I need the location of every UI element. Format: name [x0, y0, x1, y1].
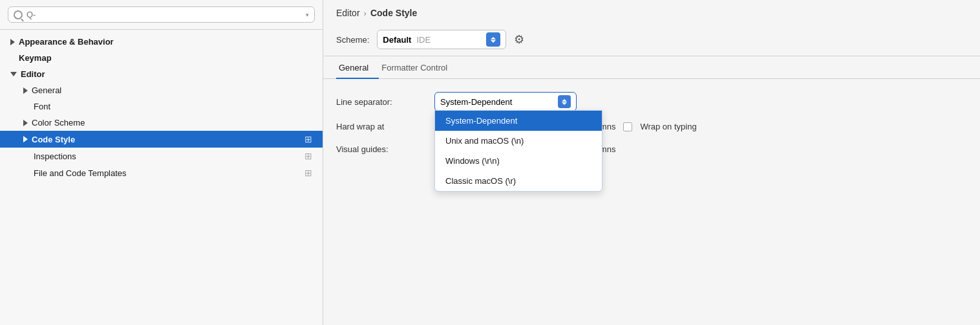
- sidebar-item-label: General: [32, 85, 61, 95]
- sidebar-item-label: Color Scheme: [32, 118, 85, 128]
- sidebar-item-label: Font: [34, 102, 50, 111]
- scheme-row: Scheme: Default IDE ⚙: [323, 23, 980, 56]
- breadcrumb: Editor › Code Style: [323, 0, 980, 23]
- scheme-name: Default: [383, 35, 411, 45]
- line-separator-value: System-Dependent: [440, 97, 553, 107]
- breadcrumb-separator: ›: [364, 8, 367, 18]
- sidebar-item-label: Editor: [21, 69, 45, 79]
- wrap-on-typing-label: Wrap on typing: [640, 122, 696, 131]
- scheme-dropdown-button[interactable]: [486, 32, 500, 47]
- expand-icon: [10, 72, 17, 76]
- visual-guides-label: Visual guides:: [336, 144, 427, 154]
- dropdown-option-windows[interactable]: Windows (\r\n): [435, 151, 602, 171]
- visual-guides-row: Visual guides: columns: [336, 142, 967, 157]
- tab-general[interactable]: General: [336, 56, 379, 79]
- sidebar-item-label: Appearance & Behavior: [19, 37, 114, 47]
- line-separator-dropdown-wrap: System-Dependent System-Dependent Unix a…: [434, 92, 577, 111]
- tabs-row: General Formatter Control: [323, 56, 980, 79]
- hard-wrap-row: Hard wrap at columns Wrap on typing: [336, 122, 967, 131]
- sidebar-item-label: Keymap: [10, 53, 52, 63]
- settings-area: Line separator: System-Dependent System-…: [323, 79, 980, 325]
- line-separator-dropdown[interactable]: System-Dependent: [434, 92, 577, 111]
- dropdown-arrows-icon: [558, 95, 571, 108]
- down-arrow-icon: [491, 40, 496, 43]
- sidebar-item-color-scheme[interactable]: Color Scheme: [0, 115, 323, 131]
- copy-icon: ⊞: [304, 168, 312, 178]
- sidebar-item-appearance[interactable]: Appearance & Behavior: [0, 34, 323, 50]
- sidebar-item-label: File and Code Templates: [34, 168, 127, 178]
- copy-icon: ⊞: [304, 151, 312, 161]
- sidebar-item-file-templates[interactable]: File and Code Templates ⊞: [0, 164, 323, 181]
- line-separator-row: Line separator: System-Dependent System-…: [336, 92, 967, 111]
- sidebar-item-editor[interactable]: Editor: [0, 66, 323, 82]
- tab-formatter-control[interactable]: Formatter Control: [379, 56, 458, 79]
- scheme-label: Scheme:: [336, 35, 369, 45]
- dropdown-menu: System-Dependent Unix and macOS (\n) Win…: [434, 110, 602, 192]
- search-bar: ▾: [0, 0, 323, 30]
- line-separator-label: Line separator:: [336, 97, 427, 107]
- up-arrow-icon: [491, 37, 496, 39]
- search-icon: [14, 10, 23, 19]
- expand-icon: [23, 136, 28, 142]
- dropdown-option-classic-macos[interactable]: Classic macOS (\r): [435, 171, 602, 191]
- breadcrumb-current: Code Style: [370, 8, 417, 18]
- up-arrow-icon: [562, 99, 567, 102]
- sidebar: ▾ Appearance & Behavior Keymap Editor Ge…: [0, 0, 323, 325]
- main-content: Editor › Code Style Scheme: Default IDE …: [323, 0, 980, 325]
- sidebar-item-inspections[interactable]: Inspections ⊞: [0, 148, 323, 164]
- expand-icon: [10, 39, 15, 45]
- sidebar-item-font[interactable]: Font: [0, 98, 323, 115]
- dropdown-option-system-dependent[interactable]: System-Dependent: [435, 111, 602, 131]
- scheme-subname: IDE: [416, 35, 431, 45]
- search-dropdown-arrow[interactable]: ▾: [306, 12, 309, 18]
- sidebar-item-general[interactable]: General: [0, 82, 323, 98]
- gear-button[interactable]: ⚙: [514, 32, 524, 47]
- expand-icon: [23, 87, 28, 94]
- wrap-on-typing-checkbox[interactable]: [623, 122, 632, 131]
- search-wrap[interactable]: ▾: [8, 6, 315, 23]
- copy-icon: ⊞: [304, 134, 312, 144]
- sidebar-item-keymap[interactable]: Keymap: [0, 50, 323, 66]
- sidebar-item-label: Inspections: [34, 151, 76, 161]
- sidebar-item-code-style[interactable]: Code Style ⊞: [0, 131, 323, 148]
- hard-wrap-label: Hard wrap at: [336, 122, 427, 131]
- dropdown-option-unix-macos[interactable]: Unix and macOS (\n): [435, 131, 602, 151]
- sidebar-nav: Appearance & Behavior Keymap Editor Gene…: [0, 30, 323, 325]
- expand-icon: [23, 120, 28, 126]
- scheme-selector[interactable]: Default IDE: [377, 30, 506, 49]
- sidebar-item-label: Code Style: [32, 135, 75, 144]
- search-input[interactable]: [27, 10, 302, 19]
- breadcrumb-parent: Editor: [336, 8, 360, 18]
- down-arrow-icon: [562, 102, 567, 105]
